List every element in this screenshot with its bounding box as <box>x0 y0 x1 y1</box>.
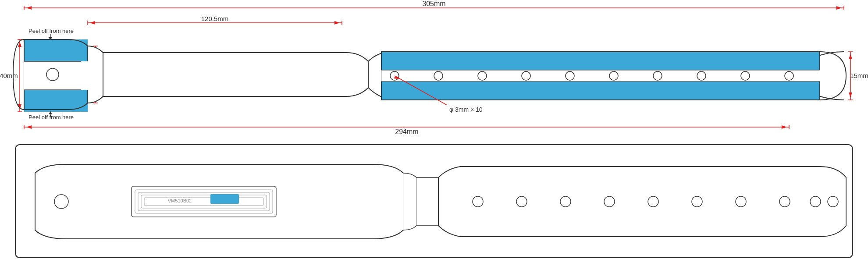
hole-8 <box>697 71 706 80</box>
svg-marker-28 <box>26 125 32 129</box>
dim-15mm: 15mm <box>850 72 868 79</box>
svg-marker-42 <box>49 111 52 114</box>
bottom-diagram: VM510B02 <box>13 142 855 261</box>
left-blue-strip-top <box>24 39 88 61</box>
bottom-hole-3 <box>560 196 571 207</box>
dim-305mm: 305mm <box>422 0 445 7</box>
neck-left <box>88 46 103 103</box>
svg-marker-3 <box>26 6 32 10</box>
hole-10 <box>785 71 793 80</box>
rfid-label: VM510B02 <box>168 198 192 203</box>
peel-off-bottom-label: Peel off from here <box>28 114 74 121</box>
bottom-hole-10 <box>828 196 838 207</box>
hole-4 <box>522 71 530 80</box>
bottom-hole-1 <box>473 196 483 207</box>
svg-rect-34 <box>381 70 820 82</box>
svg-marker-4 <box>836 6 842 10</box>
hole-2 <box>434 71 443 80</box>
rfid-outline <box>132 186 276 217</box>
main-container: 305mm 120.5mm 30mm 40mm 15mm <box>0 0 868 266</box>
left-hole <box>46 68 59 81</box>
bottom-hole-7 <box>736 196 746 207</box>
svg-marker-23 <box>849 54 852 59</box>
hole-3 <box>478 71 487 80</box>
hole-6 <box>609 71 618 80</box>
svg-marker-8 <box>90 21 95 25</box>
svg-marker-24 <box>849 92 852 98</box>
svg-marker-9 <box>334 21 340 25</box>
top-diagram: 305mm 120.5mm 30mm 40mm 15mm <box>0 0 868 140</box>
rfid-chip <box>210 194 239 204</box>
hole-label: φ 3mm × 10 <box>449 106 483 113</box>
bottom-hole-9 <box>810 196 821 207</box>
bottom-left-hole <box>54 195 68 209</box>
peel-off-top-label: Peel off from here <box>28 28 74 34</box>
hole-5 <box>566 71 574 80</box>
bottom-hole-6 <box>692 196 702 207</box>
right-blue-bottom <box>381 82 820 100</box>
dim-120mm: 120.5mm <box>201 15 229 22</box>
hole-7 <box>653 71 662 80</box>
right-blue-top <box>381 52 820 70</box>
bottom-hole-5 <box>648 196 658 207</box>
bottom-hole-2 <box>516 196 527 207</box>
bottom-hole-4 <box>604 196 615 207</box>
hole-9 <box>741 71 750 80</box>
bottom-hole-8 <box>779 196 790 207</box>
svg-marker-29 <box>782 125 787 129</box>
dim-294mm: 294mm <box>395 128 418 135</box>
center-section <box>103 53 368 96</box>
dim-40mm: 40mm <box>0 72 18 79</box>
